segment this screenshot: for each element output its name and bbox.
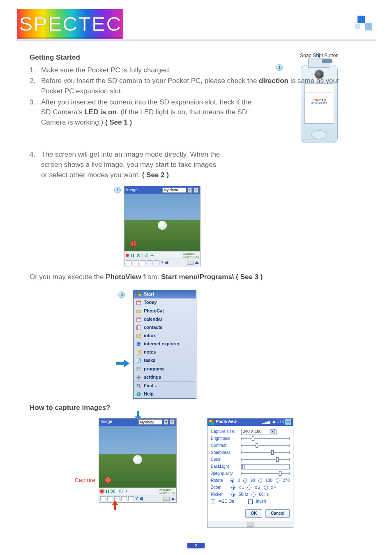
svg-rect-39 — [139, 370, 141, 371]
contrast-label: Contrast — [211, 443, 239, 449]
taskbar-icon[interactable] — [154, 260, 159, 265]
step-number: 3. — [30, 97, 39, 128]
menu-up-icon[interactable] — [171, 497, 175, 500]
live-preview — [99, 426, 176, 488]
rotate-90-radio[interactable] — [243, 479, 247, 483]
jpeg-slider[interactable] — [241, 473, 290, 474]
menu-item-contacts[interactable]: contacts — [134, 324, 196, 332]
brand-logo: SPECTEC — [17, 9, 123, 39]
timer-icon[interactable] — [119, 489, 123, 493]
help-icon: ? — [136, 392, 141, 397]
rotate-270-radio[interactable] — [276, 479, 280, 483]
start-menu-header[interactable]: Start — [134, 290, 196, 298]
pause-icon[interactable] — [131, 253, 135, 257]
menu-item-programs[interactable]: programs — [134, 365, 196, 373]
menu-item-photocat[interactable]: PhotoCat — [134, 307, 196, 315]
record-icon[interactable] — [100, 490, 104, 493]
menu-item-calendar[interactable]: calendar — [134, 315, 196, 324]
menu-label: settings — [144, 374, 161, 381]
menu-label: contacts — [144, 324, 162, 331]
color-slider[interactable] — [241, 459, 290, 460]
invert-checkbox[interactable] — [248, 500, 253, 504]
menu-item-tasks[interactable]: tasks — [134, 356, 196, 365]
settings-icon — [136, 375, 141, 380]
settings-taskbar — [208, 521, 293, 527]
tasks-icon — [136, 358, 141, 363]
pause-icon[interactable] — [105, 489, 109, 493]
keyboard-icon[interactable] — [187, 261, 194, 265]
zoom-x1-radio[interactable] — [231, 486, 235, 490]
menu-item-ie[interactable]: internet explorer — [134, 340, 196, 348]
page-number: 2 — [187, 543, 205, 548]
find-icon — [136, 384, 141, 388]
svg-rect-25 — [137, 301, 141, 302]
speaker-icon[interactable] — [139, 496, 144, 501]
menu-label: PhotoCat — [144, 308, 164, 314]
rotate-180-radio[interactable] — [258, 479, 263, 483]
sharpness-slider[interactable] — [241, 452, 290, 453]
corner-decoration-icon — [347, 14, 376, 43]
ok-button[interactable]: OK — [245, 509, 262, 518]
menu-item-today[interactable]: Today — [134, 298, 196, 307]
taskbar-icon[interactable] — [121, 496, 127, 501]
taskbar-icon[interactable] — [126, 260, 131, 265]
rotate-0-radio[interactable] — [231, 479, 235, 483]
menu-up-icon[interactable] — [195, 261, 199, 264]
menu-item-help[interactable]: ? Help — [134, 390, 196, 398]
menu-item-notes[interactable]: notes — [134, 348, 196, 356]
settings-icon[interactable] — [150, 253, 154, 257]
svg-marker-19 — [165, 261, 168, 265]
taskbar-icon[interactable] — [100, 496, 106, 501]
menu-item-inbox[interactable]: inbox — [134, 332, 196, 340]
taskbar-icon[interactable] — [133, 260, 138, 265]
folder-select[interactable] — [162, 187, 186, 193]
brand-logo-text: SPECTEC — [19, 13, 122, 35]
taskbar-icon[interactable] — [128, 496, 134, 501]
kite-icon — [129, 240, 138, 248]
record-icon[interactable] — [126, 254, 129, 257]
cancel-button[interactable]: Cancel — [265, 509, 290, 518]
flicker-60-radio[interactable] — [251, 493, 256, 497]
keyboard-icon[interactable] — [247, 523, 254, 527]
brightness-slider[interactable] — [241, 438, 290, 439]
close-icon[interactable] — [136, 253, 141, 257]
taskbar-icon[interactable] — [140, 260, 145, 265]
figure-2: 2 Image ▾ + — [114, 186, 362, 266]
svg-rect-50 — [106, 490, 107, 493]
add-button[interactable]: + — [170, 419, 175, 425]
folder-dropdown-icon[interactable]: ▾ — [164, 419, 168, 425]
menu-item-find[interactable]: Find... — [134, 382, 196, 390]
capture-size-select[interactable]: 240 X 180 ▾ — [241, 429, 277, 435]
capture-window-figure: Image ▾ + — [99, 418, 189, 503]
menu-item-settings[interactable]: settings — [134, 373, 196, 382]
ok-badge[interactable]: ok — [285, 419, 291, 425]
help-icon[interactable]: ? — [135, 495, 138, 502]
capture-label: Capture — [75, 476, 95, 484]
today-icon — [136, 300, 141, 305]
timer-icon[interactable] — [144, 253, 148, 257]
zoom-x4-radio[interactable] — [264, 486, 268, 490]
settings-titlebar: PhotoView ▁▃▅ ◀ 2:16 ok — [208, 419, 293, 426]
zoom-x2-radio[interactable] — [247, 486, 251, 490]
svg-rect-21 — [139, 292, 141, 294]
folder-icon — [136, 309, 141, 314]
agc-checkbox[interactable]: ✓ — [211, 500, 215, 504]
settings-icon[interactable] — [125, 489, 129, 493]
close-icon[interactable] — [111, 489, 115, 493]
folder-dropdown-icon[interactable]: ▾ — [188, 187, 192, 193]
photoview-title: Image — [126, 187, 138, 193]
folder-select[interactable] — [138, 419, 162, 425]
heading-how-capture: How to capture images? — [30, 403, 362, 413]
contrast-slider[interactable] — [241, 445, 290, 446]
help-icon[interactable]: ? — [161, 259, 164, 266]
backlight-slider[interactable] — [241, 464, 290, 469]
zoom-label: Zoom — [211, 485, 228, 491]
menu-label: programs — [144, 366, 165, 372]
speaker-icon[interactable] — [165, 260, 170, 265]
keyboard-icon[interactable] — [163, 497, 170, 501]
flicker-50-radio[interactable] — [231, 493, 235, 497]
taskbar-icon[interactable] — [147, 260, 152, 265]
menu-label: Today — [144, 299, 157, 306]
menu-label: Find... — [144, 383, 157, 389]
add-button[interactable]: + — [194, 187, 198, 193]
